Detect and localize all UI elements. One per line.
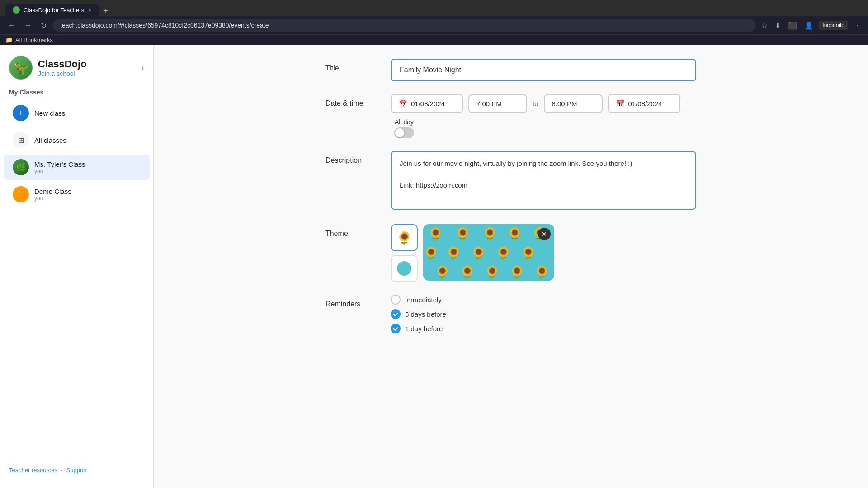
browser-chrome: ClassDojo for Teachers × + (0, 0, 868, 16)
main-content: Title Date & time 📅 01/08/2024 7:00 PM (154, 45, 868, 488)
theme-control: 🌻 ✕ 🌻 🌻 � (391, 224, 696, 282)
sidebar-item-all-classes[interactable]: ⊞ All classes (4, 127, 150, 153)
back-button[interactable]: ← (5, 19, 18, 31)
profile-icon[interactable]: 👤 (802, 19, 815, 32)
to-label: to (533, 100, 538, 108)
teacher-resources-link[interactable]: Teacher resources (9, 467, 57, 474)
check-icon-2 (392, 325, 399, 332)
active-tab[interactable]: ClassDojo for Teachers × (5, 4, 99, 16)
new-class-icon: + (13, 105, 29, 121)
end-date-picker[interactable]: 📅 01/08/2024 (608, 94, 680, 113)
brand-name: ClassDojo (38, 58, 87, 70)
ms-tyler-sub: you (34, 168, 85, 174)
logo-image: 🦖 (9, 56, 32, 79)
sf2: 🌻 (455, 226, 472, 241)
content-area: Title Date & time 📅 01/08/2024 7:00 PM (307, 45, 714, 360)
reminder-immediately: Immediately (391, 295, 696, 305)
download-icon[interactable]: ⬇ (773, 19, 783, 32)
refresh-button[interactable]: ↻ (38, 19, 49, 32)
bookmarks-bar: 📁 All Bookmarks (0, 34, 868, 45)
sf4: 🌻 (507, 226, 524, 241)
ms-tyler-text: Ms. Tyler's Class you (34, 160, 85, 174)
sunflower-pattern: 🌻 🌻 🌻 🌻 🌻 🌻 🌻 🌻 🌻 🌻 (423, 224, 554, 281)
bookmarks-label[interactable]: All Bookmarks (15, 37, 53, 43)
theme-row: Theme 🌻 ✕ (326, 224, 696, 282)
title-label: Title (326, 59, 380, 72)
reminder-immediately-label: Immediately (405, 296, 442, 304)
title-input[interactable] (391, 59, 696, 81)
tab-favicon (13, 6, 20, 14)
demo-class-icon: 🟠 (13, 186, 29, 202)
demo-class-name: Demo Class (34, 188, 71, 195)
theme-preview-close-button[interactable]: ✕ (538, 228, 551, 240)
all-classes-name: All classes (34, 136, 66, 144)
sf1: 🌻 (428, 226, 445, 241)
end-time-value: 8:00 PM (552, 100, 577, 108)
logo-avatar: 🦖 (9, 56, 33, 80)
sf9: 🌻 (495, 246, 513, 261)
theme-thumb-sunflower[interactable]: 🌻 (391, 224, 418, 251)
start-date-picker[interactable]: 📅 01/08/2024 (391, 94, 463, 113)
reminders-control: Immediately 5 days before (391, 295, 696, 333)
all-classes-text: All classes (34, 136, 66, 144)
description-row: Description Join us for our movie night,… (326, 151, 696, 211)
sf14: 🌻 (509, 265, 527, 280)
theme-group: 🌻 ✕ 🌻 🌻 � (391, 224, 696, 282)
reminders-label: Reminders (326, 295, 380, 308)
start-time-picker[interactable]: 7:00 PM (468, 94, 527, 113)
calendar-start-icon: 📅 (399, 99, 407, 108)
collapse-sidebar-button[interactable]: ‹ (142, 63, 144, 73)
description-control: Join us for our movie night, virtually b… (391, 151, 696, 211)
sf15: 🌻 (534, 265, 552, 280)
ms-tyler-name: Ms. Tyler's Class (34, 160, 85, 168)
start-date-value: 01/08/2024 (411, 100, 445, 108)
sidebar: 🦖 ClassDojo Join a school ‹ My Classes +… (0, 45, 154, 488)
browser-tabs: ClassDojo for Teachers × + (5, 4, 863, 16)
extensions-icon[interactable]: ⬛ (786, 19, 799, 32)
sf6: 🌻 (423, 246, 441, 261)
sidebar-item-ms-tyler[interactable]: 🌿 Ms. Tyler's Class you (4, 155, 150, 180)
reminder-1day-checkbox[interactable] (391, 324, 401, 333)
sf3: 🌻 (482, 226, 500, 241)
sidebar-item-new-class[interactable]: + New class (4, 100, 150, 126)
sf11: 🌻 (434, 265, 452, 280)
join-school-link[interactable]: Join a school (38, 70, 87, 77)
demo-class-sub: you (34, 195, 71, 202)
incognito-label: Incognito (819, 21, 848, 30)
sf10: 🌻 (520, 246, 538, 261)
end-date-value: 01/08/2024 (628, 100, 662, 108)
bookmarks-folder-icon: 📁 (5, 37, 13, 43)
demo-class-text: Demo Class you (34, 188, 71, 202)
bookmark-icon[interactable]: ☆ (760, 19, 769, 32)
sf13: 🌻 (484, 265, 502, 280)
address-bar[interactable] (53, 19, 756, 32)
description-label: Description (326, 151, 380, 164)
end-time-picker[interactable]: 8:00 PM (544, 94, 603, 113)
all-classes-icon: ⊞ (13, 132, 29, 148)
forward-button[interactable]: → (22, 19, 34, 31)
new-class-name: New class (34, 109, 65, 117)
my-classes-label: My Classes (0, 87, 153, 99)
datetime-group: 📅 01/08/2024 7:00 PM to 8:00 PM 📅 01/0 (391, 94, 696, 138)
new-class-text: New class (34, 109, 65, 117)
all-day-toggle[interactable] (394, 127, 414, 138)
reminder-immediately-radio[interactable] (391, 295, 401, 305)
tab-close-button[interactable]: × (88, 6, 91, 14)
menu-icon[interactable]: ⋮ (852, 19, 863, 32)
theme-label: Theme (326, 224, 380, 238)
datetime-label: Date & time (326, 94, 380, 108)
support-link[interactable]: Support (66, 467, 87, 474)
theme-thumb-blue-circle[interactable] (391, 255, 418, 282)
reminder-1day-label: 1 day before (405, 325, 443, 333)
description-textarea[interactable]: Join us for our movie night, virtually b… (391, 151, 696, 210)
url-input[interactable] (60, 22, 749, 29)
ms-tyler-icon: 🌿 (13, 159, 29, 175)
reminder-5days: 5 days before (391, 309, 696, 319)
footer-dot: · (61, 467, 63, 474)
theme-preview: ✕ 🌻 🌻 🌻 🌻 🌻 🌻 🌻 � (423, 224, 554, 281)
new-tab-button[interactable]: + (99, 6, 112, 16)
sidebar-item-demo-class[interactable]: 🟠 Demo Class you (4, 182, 150, 207)
title-row: Title (326, 59, 696, 81)
reminder-1day: 1 day before (391, 324, 696, 333)
reminder-5days-checkbox[interactable] (391, 309, 401, 319)
